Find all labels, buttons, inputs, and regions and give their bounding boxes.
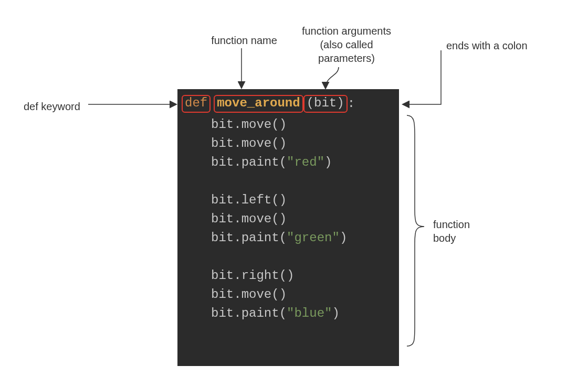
token-method: move [242,213,272,225]
label-ends-with-colon: ends with a colon [446,39,528,52]
brace-function-body [407,115,424,346]
token-object: bit [211,119,234,131]
token-string-arg: "blue" [287,307,332,320]
token-dot: . [234,270,241,282]
token-colon: : [348,98,355,110]
arrow-ends-with-colon [403,50,441,104]
code-line: bit.left() [177,191,399,210]
argument-box: (bit) [303,95,348,112]
code-line: bit.right() [177,266,399,285]
token-paren-close: ) [340,232,347,244]
token-paren-close: ) [332,307,339,320]
token-object: bit [211,288,234,301]
code-line [177,172,399,191]
token-object: bit [211,232,234,244]
label-body-line1: function [433,219,470,230]
code-line: bit.move() [177,115,399,134]
token-paren-open: ( [279,270,287,282]
token-method: move [242,137,272,150]
token-dot: . [234,194,241,207]
code-line: bit.move() [177,134,399,153]
token-paren-open: ( [307,96,314,110]
token-method: paint [242,307,279,320]
label-function-name: function name [197,34,291,47]
token-paren-close: ) [337,96,344,110]
token-dot: . [234,288,241,301]
code-line: bit.paint("blue") [177,304,399,323]
code-line: bit.paint("green") [177,229,399,248]
token-string-arg: "green" [287,232,340,244]
code-line: bit.move() [177,210,399,229]
token-paren-close: ) [324,156,332,169]
token-object: bit [211,213,234,225]
token-paren-open: ( [271,119,279,131]
token-paren-open: ( [271,194,279,207]
label-function-body: function body [433,218,470,245]
token-object: bit [211,307,234,320]
label-args-line2: (also called [320,39,373,50]
token-dot: . [234,156,241,169]
token-method: paint [242,232,279,244]
token-paren-open: ( [271,137,279,150]
token-paren-close: ) [287,270,294,282]
token-method: left [242,194,272,207]
label-function-arguments: function arguments (also called paramete… [291,24,402,65]
token-paren-open: ( [279,307,287,320]
label-args-line1: function arguments [302,25,391,37]
token-object: bit [211,137,234,150]
code-line: bit.move() [177,285,399,304]
code-line: bit.paint("red") [177,153,399,172]
token-arg-name: bit [314,96,337,110]
code-block: def move_around (bit) : bit.move()bit.mo… [177,89,399,366]
token-dot: . [234,137,241,150]
token-paren-close: ) [279,119,287,131]
label-def-keyword: def keyword [24,100,80,113]
label-body-line2: body [433,232,456,244]
token-paren-open: ( [279,232,287,244]
token-paren-close: ) [279,213,287,225]
token-object: bit [211,270,234,282]
code-line [177,248,399,266]
token-string-arg: "red" [287,156,324,169]
diagram-stage: def keyword function name function argum… [0,0,588,387]
token-method: move [242,288,272,301]
token-paren-open: ( [271,213,279,225]
token-paren-close: ) [279,288,287,301]
token-method: move [242,119,272,131]
token-object: bit [211,156,234,169]
token-object: bit [211,194,234,207]
label-args-line3: parameters) [318,52,375,64]
code-line-def: def move_around (bit) : [177,89,399,115]
token-def: def [185,96,207,110]
token-dot: . [234,232,241,244]
token-function-name: move_around [217,96,300,110]
token-dot: . [234,307,241,320]
function-name-box: move_around [214,95,303,112]
def-keyword-box: def [182,95,211,112]
token-method: right [242,270,279,282]
token-paren-close: ) [279,137,287,150]
token-method: paint [242,156,279,169]
token-dot: . [234,119,241,131]
token-paren-open: ( [271,288,279,301]
token-paren-close: ) [279,194,287,207]
token-paren-open: ( [279,156,287,169]
arrow-function-arguments [326,67,339,88]
code-body-container: bit.move()bit.move()bit.paint("red") bit… [177,115,399,323]
token-dot: . [234,213,241,225]
